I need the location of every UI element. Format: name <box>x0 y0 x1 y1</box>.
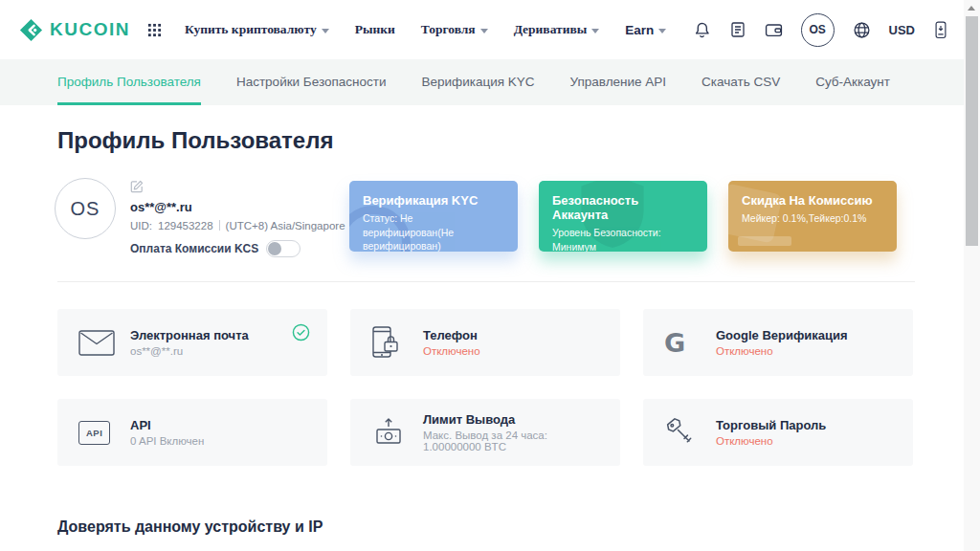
phone-lock-icon <box>371 325 410 360</box>
section-divider <box>57 281 915 282</box>
edit-nickname-icon[interactable] <box>130 180 144 193</box>
profile-avatar: OS <box>55 178 116 239</box>
user-avatar[interactable]: OS <box>801 13 835 47</box>
api-box-icon: API <box>78 421 117 445</box>
language-globe-icon[interactable] <box>853 21 871 39</box>
orders-icon[interactable] <box>729 21 746 38</box>
google-verification-tile[interactable]: G Google Верификация Отключено <box>643 309 913 376</box>
kucoin-logo[interactable]: KUCOIN <box>19 18 130 42</box>
vertical-scrollbar[interactable] <box>964 0 980 551</box>
masked-email: os**@**.ru <box>130 200 364 214</box>
main-nav: Купить криптовалюту Рынки Торговля Дерив… <box>185 22 666 37</box>
uid-row: UID: 129453228 (UTC+8) Asia/Singapore <box>130 219 364 231</box>
kucoin-logo-icon <box>19 18 43 42</box>
top-navbar: KUCOIN Купить криптовалюту Рынки Торговл… <box>0 0 964 59</box>
nav-buy-crypto[interactable]: Купить криптовалюту <box>185 22 329 37</box>
tab-download-csv[interactable]: Скачать CSV <box>702 59 780 105</box>
chevron-down-icon <box>658 29 666 33</box>
account-security-card: Безопасность Аккаунта Уровень Безопаснос… <box>539 181 707 252</box>
nav-earn[interactable]: Earn <box>625 23 666 37</box>
main-content: Профиль Пользователя OS os**@**.ru UID: … <box>0 105 964 551</box>
uid-value: 129453228 <box>158 220 213 231</box>
google-g-icon: G <box>664 330 702 356</box>
currency-selector[interactable]: USD <box>889 23 915 37</box>
summary-cards: Верификация KYC Статус: Не верифицирован… <box>349 181 897 252</box>
trusted-device-heading: Доверять данному устройству и IP <box>57 518 323 536</box>
header-actions: OS USD <box>693 13 964 47</box>
envelope-icon <box>78 330 117 356</box>
trading-password-tile[interactable]: Торговый Пароль Отключено <box>643 399 913 466</box>
key-icon <box>664 416 702 449</box>
timezone-value: (UTC+8) Asia/Singapore <box>226 220 345 231</box>
tab-kyc-verification[interactable]: Верификация KYC <box>422 59 535 105</box>
account-tabs: Профиль Пользователя Настройки Безопасно… <box>0 59 964 105</box>
fee-discount-card: Скидка На Комиссию Мейкер: 0.1%,Тейкер:0… <box>728 181 897 252</box>
chevron-down-icon <box>322 29 329 33</box>
email-tile[interactable]: Электронная почта os**@**.ru <box>57 309 327 376</box>
notifications-bell-icon[interactable] <box>693 21 711 39</box>
chevron-down-icon <box>591 29 599 33</box>
tab-security-settings[interactable]: Настройки Безопасности <box>236 59 387 105</box>
verified-check-icon <box>292 323 310 342</box>
security-tiles: Электронная почта os**@**.ru <box>57 309 913 466</box>
nav-trade[interactable]: Торговля <box>421 22 488 37</box>
kyc-verification-card: Верификация KYC Статус: Не верифицирован… <box>349 181 518 252</box>
kcs-fee-row: Оплата Комиссии KCS <box>130 240 364 257</box>
kcs-fee-label: Оплата Комиссии KCS <box>130 242 258 255</box>
uid-label: UID: <box>130 220 152 231</box>
download-app-icon[interactable] <box>933 20 948 40</box>
withdrawal-limit-tile[interactable]: Лимит Вывода Макс. Вывод за 24 часа: 1.0… <box>350 399 620 466</box>
nav-markets[interactable]: Рынки <box>355 22 395 37</box>
tab-api-management[interactable]: Управление API <box>570 59 667 105</box>
scroll-up-arrow-icon[interactable] <box>968 6 975 11</box>
chevron-down-icon <box>480 29 488 33</box>
wallet-icon[interactable] <box>765 21 783 39</box>
profile-summary: OS os**@**.ru UID: 129453228 (UTC+8) Asi… <box>55 178 364 257</box>
tab-sub-account[interactable]: Суб-Аккаунт <box>815 59 890 105</box>
scrollbar-thumb[interactable] <box>966 16 978 246</box>
separator <box>219 220 220 231</box>
api-tile[interactable]: API API 0 API Включен <box>57 399 327 466</box>
tab-user-profile[interactable]: Профиль Пользователя <box>57 59 201 105</box>
withdrawal-money-icon <box>371 417 410 449</box>
apps-grid-icon[interactable] <box>147 23 162 37</box>
page-title: Профиль Пользователя <box>57 127 964 154</box>
phone-tile[interactable]: Телефон Отключено <box>350 309 620 376</box>
kcs-fee-toggle[interactable] <box>266 240 301 257</box>
nav-derivatives[interactable]: Деривативы <box>514 22 600 37</box>
brand-text: KUCOIN <box>50 19 130 40</box>
